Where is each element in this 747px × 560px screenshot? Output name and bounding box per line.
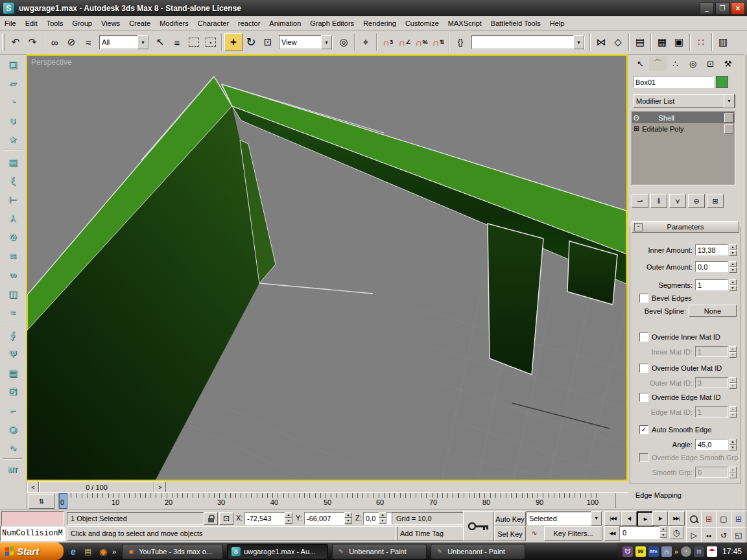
make-unique-button[interactable]: ⋎ <box>669 194 686 208</box>
angle-field[interactable]: 45,0 <box>695 439 728 450</box>
configure-modifier-sets-button[interactable]: ⊞ <box>707 194 724 208</box>
chevron-down-icon[interactable]: ▼ <box>137 35 148 49</box>
coord-system-dropdown[interactable]: View ▼ <box>279 35 333 49</box>
z-coord-field[interactable]: 0,0 <box>363 512 392 525</box>
reactor-chair-icon[interactable]: ⌐ <box>3 401 23 419</box>
task-3dsmax[interactable]: S uwgarage1.max - Au... <box>227 544 328 559</box>
select-and-scale-button[interactable]: ⊡ <box>259 34 276 51</box>
go-to-start-button[interactable]: |◀◀ <box>604 511 621 526</box>
rfa-tray-icon[interactable]: RFA <box>648 546 659 557</box>
time-slider[interactable]: 0 / 100 <box>39 482 154 493</box>
tray-misc-icon[interactable]: ▤ <box>694 546 704 557</box>
inner-amount-field[interactable]: 13,38 <box>695 244 728 255</box>
chevron-down-icon[interactable]: ▼ <box>724 94 735 108</box>
reactor-water-icon[interactable]: ≈ <box>3 303 23 321</box>
named-selection-dropdown[interactable]: ▼ <box>471 35 585 49</box>
frame-spinner[interactable]: ▲▼ <box>659 526 667 538</box>
menu-rendering[interactable]: Rendering <box>359 18 401 29</box>
set-keys-button[interactable] <box>463 511 494 541</box>
expand-plus-icon[interactable]: ⊞ <box>634 124 639 133</box>
bind-to-space-warp-button[interactable]: ≈ <box>80 34 97 51</box>
override-outer-checkbox[interactable] <box>639 364 648 373</box>
task-youtube-firefox[interactable]: ◉ YouTube - 3ds max o... <box>122 544 223 559</box>
tab-hierarchy[interactable]: ∴ <box>667 56 684 71</box>
selection-filter-dropdown[interactable]: All ▼ <box>99 35 149 49</box>
menu-battlefield-tools[interactable]: Battlefield Tools <box>486 18 545 29</box>
menu-maxscript[interactable]: MAXScript <box>444 18 486 29</box>
segments-spinner[interactable]: ▲▼ <box>729 279 737 290</box>
menu-views[interactable]: Views <box>97 18 124 29</box>
menu-customize[interactable]: Customize <box>401 18 444 29</box>
window-crossing-button[interactable]: • <box>202 34 219 51</box>
select-object-button[interactable]: ↖ <box>152 34 169 51</box>
stack-item-button[interactable] <box>724 124 733 134</box>
inner-amount-spinner[interactable]: ▲▼ <box>729 244 737 255</box>
object-color-swatch[interactable] <box>716 76 728 88</box>
menu-character[interactable]: Character <box>193 18 233 29</box>
unlink-selection-button[interactable]: ⊘ <box>63 34 80 51</box>
spinner-snap-button[interactable]: ∩⇅ <box>430 34 447 51</box>
menu-reactor[interactable]: reactor <box>233 18 265 29</box>
start-button[interactable]: Start <box>0 542 64 560</box>
bevel-edges-checkbox[interactable] <box>639 294 648 303</box>
reactor-wall-icon[interactable]: ▤ <box>3 363 23 382</box>
go-to-end-button[interactable]: ▶▶| <box>668 511 685 526</box>
tray-collapse-icon[interactable]: ‹ <box>681 546 691 557</box>
title-bar[interactable]: S uwgarage1.max - Autodesk 3ds Max 8 - S… <box>0 0 747 16</box>
show-end-result-button[interactable]: ‖ <box>650 194 667 208</box>
previous-frame-button[interactable]: ◀| <box>621 511 637 526</box>
reactor-motor-icon[interactable]: ⚙ <box>3 228 23 246</box>
tab-motion[interactable]: ◎ <box>684 56 702 71</box>
tab-utilities[interactable]: ⚒ <box>719 56 737 71</box>
segments-field[interactable]: 1 <box>695 279 728 290</box>
outer-amount-spinner[interactable]: ▲▼ <box>729 261 737 272</box>
current-frame-field[interactable]: 0 <box>619 526 662 539</box>
reactor-fracture-icon[interactable]: ◫ <box>3 284 23 303</box>
light-bulb-icon[interactable]: ʘ <box>634 114 639 122</box>
schematic-view-button[interactable]: ▣ <box>670 34 687 51</box>
tab-modify[interactable]: ⌒ <box>649 56 667 71</box>
viewport-label[interactable]: Perspective <box>31 58 72 67</box>
headphones-tray-icon[interactable]: ∩ <box>661 546 672 557</box>
deforming-mesh-collection-icon[interactable]: ★ <box>3 130 23 148</box>
reactor-plane-icon[interactable]: ▦ <box>3 152 23 171</box>
panel-scrollbar[interactable] <box>744 54 747 509</box>
absolute-offset-toggle[interactable]: ⊡ <box>219 512 233 525</box>
undo-button[interactable]: ↶ <box>7 34 24 51</box>
previous-key-button[interactable]: ◀◀ <box>604 526 620 541</box>
reactor-ragdoll-icon[interactable]: Ψ <box>3 344 23 363</box>
zoom-all-button[interactable]: ⊞ <box>701 511 717 528</box>
pan-view-button[interactable]: ●● <box>701 527 717 544</box>
percent-snap-button[interactable]: ∩% <box>413 34 430 51</box>
min-max-toggle-button[interactable]: ◱ <box>731 527 746 544</box>
add-time-tag[interactable]: Add Time Tag <box>396 526 466 541</box>
firefox-icon[interactable]: ◉ <box>97 546 109 557</box>
select-by-name-button[interactable]: ≡ <box>169 34 185 51</box>
menu-edit[interactable]: Edit <box>21 18 42 29</box>
play-button[interactable]: ▶ <box>637 511 654 527</box>
material-editor-button[interactable]: ∷ <box>693 34 709 51</box>
parameters-rollout-header[interactable]: - Parameters <box>632 221 739 233</box>
reactor-dice-icon[interactable]: ⚂ <box>3 382 23 401</box>
next-frame-button[interactable]: |▶ <box>652 511 668 526</box>
reactor-toy-car-icon[interactable]: ∞ <box>3 265 23 284</box>
select-and-manipulate-button[interactable]: ⌖ <box>357 34 374 51</box>
reactor-constraint-solver-icon[interactable]: ∮ <box>3 325 23 344</box>
rigid-body-collection-icon[interactable]: ▣ <box>3 54 23 73</box>
pin-stack-button[interactable]: ⊸ <box>632 194 648 208</box>
tab-create[interactable]: ↖ <box>632 56 649 71</box>
stack-item-shell[interactable]: ʘ Shell <box>632 112 735 123</box>
auto-key-button[interactable]: Auto Key <box>494 511 526 526</box>
collapse-minus-icon[interactable]: - <box>634 223 643 231</box>
y-coord-field[interactable]: -66,007 <box>304 512 345 525</box>
time-configuration-button[interactable]: ◷ <box>669 526 683 539</box>
avira-tray-icon[interactable]: ☂ <box>707 546 717 557</box>
reactor-dashpot-icon[interactable]: ⊢ <box>3 190 23 209</box>
override-inner-checkbox[interactable] <box>639 332 648 342</box>
maxscript-listener-pink[interactable] <box>1 511 64 526</box>
edge-mapping-label[interactable]: Edge Mapping <box>635 491 682 499</box>
layer-manager-button[interactable]: ▤ <box>632 34 648 51</box>
arc-rotate-button[interactable]: ↺ <box>716 527 731 544</box>
redo-button[interactable]: ↷ <box>24 34 41 51</box>
reactor-wind-icon[interactable]: ≋ <box>3 246 23 265</box>
